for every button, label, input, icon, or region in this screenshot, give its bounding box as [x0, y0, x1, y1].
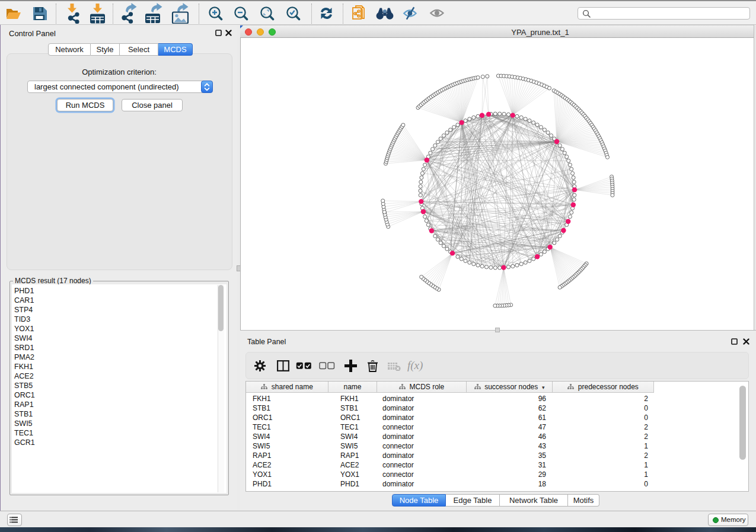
svg-text:f(x): f(x) — [407, 360, 423, 372]
